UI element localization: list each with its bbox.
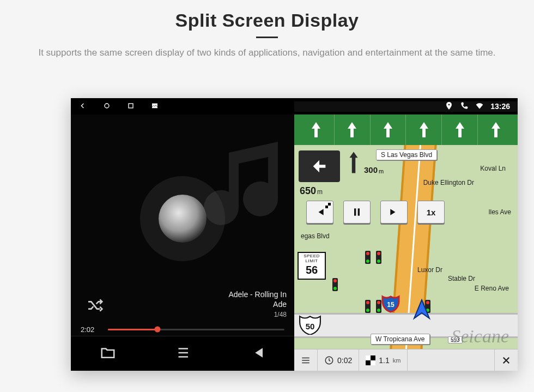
page-subtitle: It supports the same screen display of t… (16, 46, 518, 60)
map-prev-button[interactable] (306, 201, 333, 224)
track-title: Adele - Rolling In (228, 290, 287, 299)
elapsed-time: 2:02 (81, 325, 100, 334)
lane-arrow-icon (442, 114, 478, 145)
device-screen: 13:26 Adele - Rolling In Ade 1/48 2:02 (71, 98, 518, 371)
map-next-button[interactable] (380, 201, 408, 224)
main-turn-distance: 650m (300, 185, 323, 197)
next-turn-distance: 300m (347, 150, 384, 174)
wifi-icon (475, 101, 484, 112)
nav-menu-button[interactable] (294, 349, 318, 371)
exit-number: 593 (448, 336, 463, 343)
home-icon[interactable] (102, 101, 111, 112)
map-speed-button[interactable]: 1x (417, 201, 445, 224)
picture-icon[interactable] (150, 101, 159, 112)
lane-arrow-icon (371, 114, 406, 145)
nav-close-button[interactable] (494, 349, 518, 371)
track-artist: Ade (228, 300, 287, 309)
joystick-control[interactable] (159, 195, 207, 243)
poi-iles: lles Ave (484, 207, 515, 217)
lane-arrow-icon (478, 114, 513, 145)
poi-reno: E Reno Ave (470, 284, 513, 293)
street-label-top: S Las Vegas Blvd (376, 149, 437, 160)
navigation-pane: S Las Vegas Blvd Duke Ellington Dr Koval… (294, 114, 518, 371)
svg-rect-5 (325, 203, 328, 206)
close-icon (501, 355, 511, 365)
clock-icon (324, 355, 334, 365)
street-label-bottom: W Tropicana Ave (371, 334, 430, 345)
nav-distance: 1.1km (359, 349, 408, 371)
track-index: 1/48 (228, 311, 287, 318)
svg-rect-6 (328, 206, 331, 208)
svg-rect-12 (371, 360, 375, 365)
lane-arrow-icon (299, 114, 335, 145)
poi-stable: Stable Dr (444, 274, 480, 284)
lane-arrow-icon (335, 114, 371, 145)
turn-instruction (299, 150, 340, 182)
svg-point-3 (448, 104, 450, 105)
page-title: Split Screen Display (0, 10, 534, 31)
position-arrow-icon (411, 299, 433, 321)
svg-rect-11 (366, 355, 371, 360)
playlist-button[interactable] (174, 345, 191, 363)
checkered-flag-icon (366, 355, 375, 365)
nav-bottom-bar: 0:02 1.1km (294, 349, 518, 371)
poi-luxor: Luxor Dr (413, 265, 447, 275)
checkered-flag-icon (325, 203, 331, 208)
lane-arrow-icon (406, 114, 442, 145)
music-pane: Adele - Rolling In Ade 1/48 2:02 (71, 114, 294, 371)
nav-eta: 0:02 (318, 349, 359, 371)
location-icon (445, 101, 453, 112)
seek-bar[interactable] (108, 329, 284, 330)
route-shield: 50 (299, 314, 321, 335)
svg-rect-1 (129, 104, 133, 108)
map-pause-button[interactable] (343, 201, 371, 224)
phone-icon (460, 101, 469, 112)
interstate-shield: 15 (381, 294, 400, 313)
poi-duke-ellington: Duke Ellington Dr (419, 178, 478, 188)
svg-rect-7 (354, 208, 356, 215)
clock-text: 13:26 (490, 102, 510, 111)
svg-rect-8 (358, 208, 360, 215)
poi-vegas: egas Blvd (296, 231, 334, 241)
speed-limit-sign: SPEED LIMIT 56 (298, 252, 326, 280)
recent-apps-icon[interactable] (126, 101, 135, 112)
back-icon[interactable] (78, 101, 87, 112)
folder-button[interactable] (100, 345, 116, 363)
svg-point-0 (105, 104, 109, 108)
status-bar: 13:26 (71, 98, 518, 114)
previous-button[interactable] (249, 345, 265, 363)
poi-koval: Koval Ln (476, 164, 510, 173)
lane-guidance (294, 114, 518, 145)
title-underline (256, 37, 278, 38)
shuffle-button[interactable] (86, 297, 104, 314)
track-info: Adele - Rolling In Ade 1/48 (228, 290, 287, 318)
